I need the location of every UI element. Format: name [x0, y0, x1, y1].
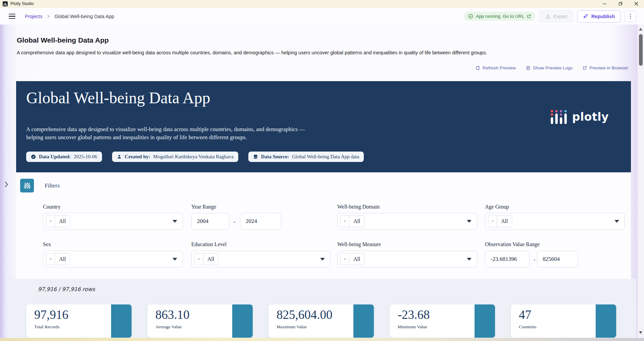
breadcrumb: Projects Global Well-being Data App [25, 14, 114, 19]
year-to-input[interactable] [240, 213, 281, 230]
rows-summary: 97,916 / 97,916 rows [38, 286, 95, 292]
sex-label: Sex [43, 241, 51, 247]
refresh-preview-link[interactable]: Refresh Preview [476, 65, 516, 70]
check-circle-icon [31, 154, 36, 159]
clear-icon[interactable]: × [194, 253, 203, 265]
logs-icon [526, 66, 531, 70]
preview-actions: Refresh Preview Show Preview Logs Previe… [476, 65, 628, 70]
filters-title: Filters [45, 182, 60, 189]
value-range-separator: - [534, 257, 536, 263]
restore-button[interactable] [612, 0, 628, 7]
age-group-label: Age Group [485, 204, 509, 210]
republish-button[interactable]: Republish [577, 10, 621, 22]
country-select[interactable]: × All [43, 213, 183, 230]
filters-sliders-icon [20, 179, 34, 192]
stats-section: 97,916 / 97,916 rows 97,916 Total Record… [10, 279, 636, 341]
filters-panel: Filters Country Year Range Well-being Do… [16, 172, 631, 279]
plotly-studio-app-icon [3, 1, 8, 6]
rocket-icon [583, 14, 588, 19]
year-range-separator: - [234, 219, 236, 225]
page-description: A comprehensive data app designed to vis… [17, 50, 487, 55]
scroll-down-arrow-icon[interactable] [639, 331, 642, 334]
created-by-badge: Created by: Mogulluri Karthikeya Venkata… [112, 152, 238, 162]
bottom-edge-strip [0, 338, 644, 341]
value-range-label: Observation Value Range [485, 241, 540, 247]
user-icon [117, 154, 122, 159]
value-to-input[interactable] [537, 251, 578, 268]
app-running-badge[interactable]: App running. Go to URL [464, 12, 536, 21]
plotly-logo-text: plotly [572, 110, 609, 123]
wellbeing-domain-select[interactable]: × All [337, 213, 477, 230]
page-title: Global Well-being Data App [17, 36, 109, 44]
sidebar-expand-toggle[interactable] [4, 181, 8, 188]
restore-icon [618, 2, 623, 6]
minimum-value-card: -23.68 Minimum Value [390, 304, 495, 338]
clear-icon[interactable]: × [340, 253, 349, 265]
show-preview-logs-link[interactable]: Show Preview Logs [526, 65, 573, 70]
app-running-label: App running. Go to URL [476, 14, 524, 19]
education-level-select[interactable]: × All [191, 251, 331, 268]
card-accent-block [475, 304, 495, 338]
breadcrumb-chevron-icon [47, 14, 50, 18]
window-title: Plotly Studio [10, 1, 34, 6]
scrollbar-thumb[interactable] [639, 34, 643, 66]
clear-icon[interactable]: × [340, 215, 349, 227]
minimize-button[interactable] [597, 0, 612, 7]
menu-icon[interactable] [9, 14, 15, 19]
minimize-icon [603, 2, 606, 6]
dropdown-arrow-icon [172, 220, 177, 223]
card-accent-block [596, 304, 616, 338]
dropdown-arrow-icon [172, 258, 177, 261]
close-button[interactable] [628, 0, 644, 7]
export-button[interactable]: Export [540, 10, 573, 22]
wellbeing-measure-select[interactable]: × All [337, 251, 477, 268]
chevron-right-icon [4, 181, 8, 188]
card-accent-block [353, 304, 374, 338]
clear-icon[interactable]: × [488, 215, 497, 227]
check-circle-icon [468, 14, 473, 19]
breadcrumb-current: Global Well-being Data App [54, 14, 114, 19]
year-from-input[interactable] [191, 213, 229, 230]
hero-title: Global Well-being Data App [26, 89, 210, 107]
clear-icon[interactable]: × [46, 215, 55, 227]
window-controls [597, 0, 644, 7]
more-options-button[interactable] [625, 11, 636, 22]
dropdown-arrow-icon [320, 258, 325, 261]
data-updated-badge: Data Updated: 2025-10-06 [26, 152, 102, 162]
external-link-icon [583, 66, 587, 70]
download-icon [545, 14, 550, 19]
plotly-logo-mark [550, 109, 567, 124]
scroll-up-arrow-icon[interactable] [639, 28, 642, 31]
sex-select[interactable]: × All [43, 251, 183, 268]
domain-label: Well-being Domain [337, 204, 380, 210]
page-canvas: Global Well-being Data App A comprehensi… [0, 24, 644, 341]
kebab-icon [630, 14, 631, 15]
dropdown-arrow-icon [467, 220, 472, 223]
hero-banner: Global Well-being Data App A comprehensi… [16, 81, 631, 172]
clear-icon[interactable]: × [46, 253, 55, 265]
breadcrumb-projects-link[interactable]: Projects [25, 14, 42, 19]
app-toolbar: Projects Global Well-being Data App App … [0, 8, 644, 24]
data-source-badge: Data Source: Global Well-being Data App … [248, 152, 364, 162]
export-label: Export [553, 14, 567, 19]
dropdown-arrow-icon [614, 220, 619, 223]
education-label: Education Level [191, 241, 227, 247]
country-label: Country [43, 204, 60, 210]
dropdown-arrow-icon [467, 258, 472, 261]
vertical-scrollbar[interactable] [638, 24, 644, 338]
measure-label: Well-being Measure [337, 241, 381, 247]
preview-in-browser-link[interactable]: Preview in Browser [583, 65, 628, 70]
total-records-card: 97,916 Total Records [26, 304, 132, 338]
close-icon [634, 2, 638, 6]
maximum-value-card: 825,604.00 Maximum Value [268, 304, 374, 338]
year-range-label: Year Range [191, 204, 216, 210]
card-accent-block [232, 304, 253, 338]
average-value-card: 863.10 Average Value [147, 304, 253, 338]
stat-cards: 97,916 Total Records 863.10 Average Valu… [26, 304, 616, 338]
age-group-select[interactable]: × All [485, 213, 625, 230]
value-from-input[interactable] [485, 251, 530, 268]
external-link-icon [527, 14, 531, 18]
database-icon [253, 154, 258, 159]
refresh-icon [476, 66, 480, 70]
hero-description: A comprehensive data app designed to vis… [26, 125, 323, 141]
